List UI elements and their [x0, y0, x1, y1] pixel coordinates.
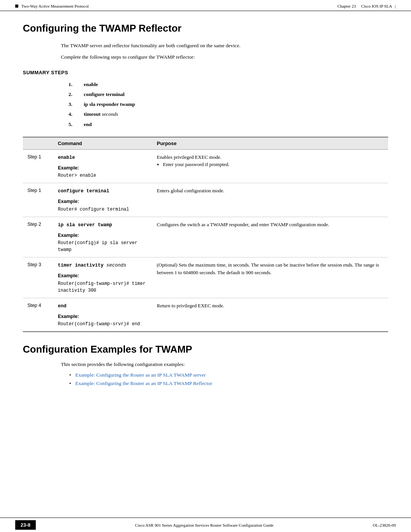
step-label-1: Step 1 [23, 149, 53, 183]
example-code-2: Router# configure terminal [58, 206, 148, 213]
example-label-3: Example: [58, 232, 148, 239]
cmd-cell-3: ip sla server twamp Example: Router(conf… [53, 217, 152, 257]
step-4: timeout seconds [76, 110, 388, 118]
footer-right-text: OL-23826-09 [373, 523, 396, 527]
purpose-text-2: Enters global configuration mode. [157, 188, 225, 193]
summary-steps-list: enable configure terminal ip sla respond… [76, 81, 388, 128]
breadcrumb: Two-Way Active Measurement Protocol [21, 4, 89, 8]
purpose-cell-2: Enters global configuration mode. [152, 183, 388, 217]
purpose-bullet-item-1: Enter your password if prompted. [163, 161, 384, 168]
step-label-5: Step 4 [23, 298, 53, 332]
step-label-3: Step 2 [23, 217, 53, 257]
purpose-text-3: Configures the switch as a TWAMP respond… [157, 222, 329, 227]
chapter-label: Chapter 23 [338, 4, 356, 8]
example-code-3: Router(config)# ip sla server twamp [58, 240, 148, 253]
example-label-1: Example: [58, 165, 148, 172]
example-code-1: Router> enable [58, 172, 148, 179]
config-link-1[interactable]: Example: Configuring the Router as an IP… [75, 372, 206, 378]
cmd-text-3: ip sla server twamp [58, 222, 112, 228]
bullet-icon [15, 5, 18, 8]
step-label-4: Step 3 [23, 257, 53, 298]
page-number: 23-8 [15, 520, 36, 530]
purpose-cell-1: Enables privileged EXEC mode. Enter your… [152, 149, 388, 183]
cmd-text-4: timer inactivity seconds [58, 263, 126, 268]
table-row: Step 1 configure terminal Example: Route… [23, 183, 388, 217]
example-code-4: Router(config-twamp-srvr)# timerinactivi… [58, 280, 148, 294]
table-row: Step 2 ip sla server twamp Example: Rout… [23, 217, 388, 257]
section2-intro: This section provides the following conf… [61, 361, 388, 367]
config-link-item-1: Example: Configuring the Router as an IP… [68, 372, 388, 378]
page-header: Two-Way Active Measurement Protocol Chap… [0, 0, 411, 11]
cmd-text-5: end [58, 304, 67, 309]
purpose-text-1: Enables privileged EXEC mode. [157, 154, 221, 160]
table-row: Step 4 end Example: Router(config-twamp-… [23, 298, 388, 332]
config-link-item-2: Example: Configuring the Router as an IP… [68, 380, 388, 387]
purpose-cell-5: Return to privileged EXEC mode. [152, 298, 388, 332]
table-header-row: Command Purpose [23, 137, 388, 150]
purpose-text-4: (Optional) Sets the maximum time, in sec… [157, 262, 379, 275]
example-label-2: Example: [58, 198, 148, 205]
header-right: Chapter 23 Cisco IOS IP SLA | [338, 4, 396, 8]
header-left: Two-Way Active Measurement Protocol [15, 4, 89, 8]
step-2: configure terminal [76, 91, 388, 98]
table-row: Step 3 timer inactivity seconds Example:… [23, 257, 388, 298]
cmd-cell-5: end Example: Router(config-twamp-srvr)# … [53, 298, 152, 332]
purpose-bullet-1: Enter your password if prompted. [163, 161, 384, 168]
main-content: Configuring the TWAMP Reflector The TWAM… [0, 11, 411, 412]
col-purpose: Purpose [152, 137, 388, 150]
cmd-cell-2: configure terminal Example: Router# conf… [53, 183, 152, 217]
cmd-cell-4: timer inactivity seconds Example: Router… [53, 257, 152, 298]
cmd-cell-1: enable Example: Router> enable [53, 149, 152, 183]
step-5: end [76, 121, 388, 128]
example-label-4: Example: [58, 272, 148, 280]
purpose-cell-3: Configures the switch as a TWAMP respond… [152, 217, 388, 257]
cmd-text-1: enable [58, 155, 75, 160]
product-label: Cisco IOS IP SLA [361, 4, 392, 8]
example-label-5: Example: [58, 313, 148, 320]
section1-title: Configuring the TWAMP Reflector [23, 22, 388, 34]
purpose-text-5: Return to privileged EXEC mode. [157, 303, 224, 308]
footer-center-text: Cisco ASR 901 Series Aggregation Service… [36, 523, 373, 527]
cmd-text-2: configure terminal [58, 189, 109, 194]
config-links-list: Example: Configuring the Router as an IP… [68, 372, 388, 387]
section1-intro1: The TWAMP server and reflector functiona… [61, 42, 388, 50]
step-1: enable [76, 81, 388, 88]
page-footer: 23-8 Cisco ASR 901 Series Aggregation Se… [0, 518, 411, 532]
step-3: ip sla responder twamp [76, 101, 388, 108]
detail-table: Command Purpose Step 1 enable Example: R… [23, 137, 388, 332]
section2-title: Configuration Examples for TWAMP [23, 343, 388, 355]
config-link-2[interactable]: Example: Configuring the Router as an IP… [75, 380, 212, 386]
section1-intro2: Complete the following steps to configur… [61, 53, 388, 61]
summary-steps-heading: SUMMARY STEPS [23, 70, 388, 75]
purpose-cell-4: (Optional) Sets the maximum time, in sec… [152, 257, 388, 298]
table-row: Step 1 enable Example: Router> enable En… [23, 149, 388, 183]
step-label-2: Step 1 [23, 183, 53, 217]
col-step [23, 137, 53, 150]
example-code-5: Router(config-twamp-srvr)# end [58, 321, 148, 328]
col-command: Command [53, 137, 152, 150]
